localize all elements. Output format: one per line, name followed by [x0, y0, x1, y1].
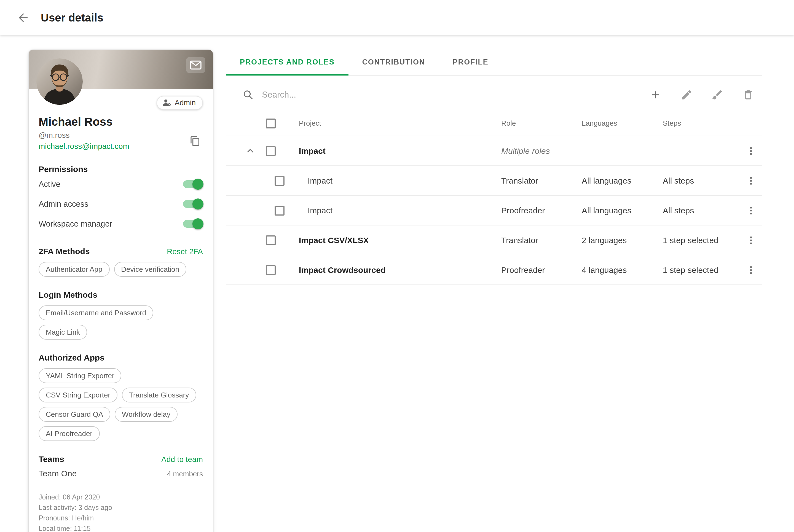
row-checkbox[interactable]: [275, 205, 284, 215]
column-header-steps: Steps: [663, 119, 740, 127]
username: @m.ross: [39, 131, 129, 139]
add-to-team-link[interactable]: Add to team: [161, 455, 203, 464]
tab-projects-and-roles[interactable]: PROJECTS AND ROLES: [226, 50, 348, 76]
project-name: Impact: [292, 146, 501, 155]
search-icon: [243, 89, 254, 100]
meta-joined: Joined: 06 Apr 2020: [39, 492, 203, 503]
login-methods-title: Login Methods: [39, 290, 203, 299]
languages-value: All languages: [582, 206, 663, 215]
authorized-app-chips: YAML String Exporter CSV String Exporter…: [39, 368, 203, 441]
plus-icon: [649, 89, 662, 101]
user-card: Admin Michael Ross @m.ross michael.ross@…: [29, 50, 213, 532]
column-header-languages: Languages: [582, 119, 663, 127]
reset-2fa-link[interactable]: Reset 2FA: [167, 247, 203, 256]
table-row-impact-group: Impact Multiple roles: [226, 136, 762, 166]
toggle-admin-access[interactable]: [183, 200, 202, 208]
role-value: Translator: [501, 176, 582, 185]
twofa-title: 2FA Methods: [39, 246, 90, 256]
permissions-title: Permissions: [39, 164, 203, 174]
toggle-active[interactable]: [183, 180, 202, 188]
user-email-link[interactable]: michael.ross@impact.com: [39, 142, 129, 151]
select-all-checkbox[interactable]: [266, 118, 276, 128]
envelope-icon: [190, 60, 202, 70]
tab-contribution[interactable]: CONTRIBUTION: [348, 50, 439, 76]
row-menu-button[interactable]: [740, 262, 762, 278]
permission-label: Active: [39, 180, 60, 189]
team-members-count: 4 members: [167, 470, 203, 478]
row-menu-button[interactable]: [740, 173, 762, 188]
table-row-impact-crowdsourced: Impact Crowdsourced Proofreader 4 langua…: [226, 255, 762, 285]
row-checkbox[interactable]: [266, 235, 276, 245]
admin-badge[interactable]: Admin: [156, 96, 203, 110]
main-panel: PROJECTS AND ROLES CONTRIBUTION PROFILE: [226, 50, 762, 285]
steps-value: All steps: [663, 176, 740, 185]
arrow-left-icon: [17, 11, 30, 24]
kebab-icon: [745, 145, 757, 156]
profile-cover: [29, 50, 213, 89]
table-row-impact-translator: Impact Translator All languages All step…: [226, 166, 762, 196]
kebab-icon: [745, 205, 757, 216]
chevron-up-icon: [245, 145, 256, 156]
role-value: Multiple roles: [501, 146, 582, 155]
row-checkbox[interactable]: [266, 146, 276, 156]
app-header: User details: [0, 0, 794, 35]
cleanup-button[interactable]: [710, 88, 724, 102]
project-name: Impact: [292, 176, 501, 185]
row-menu-button[interactable]: [740, 143, 762, 158]
brush-icon: [711, 89, 723, 101]
role-value: Proofreader: [501, 265, 582, 274]
delete-button[interactable]: [741, 88, 755, 102]
kebab-icon: [745, 264, 757, 276]
table-header-row: Project Role Languages Steps: [226, 111, 762, 136]
add-button[interactable]: [648, 88, 663, 102]
authorized-app-chip: YAML String Exporter: [39, 368, 121, 383]
copy-email-button[interactable]: [187, 133, 203, 149]
row-checkbox[interactable]: [266, 265, 276, 275]
permission-label: Admin access: [39, 200, 89, 208]
teams-title: Teams: [39, 454, 64, 464]
steps-value: All steps: [663, 206, 740, 215]
meta-pronouns: Pronouns: He/him: [39, 513, 203, 524]
user-name: Michael Ross: [39, 115, 203, 129]
twofa-chips: Authenticator App Device verification: [39, 262, 203, 277]
search-input[interactable]: [261, 89, 648, 100]
row-checkbox[interactable]: [275, 176, 284, 186]
table-row-impact-proofreader: Impact Proofreader All languages All ste…: [226, 196, 762, 226]
authorized-app-chip: Workflow delay: [115, 407, 177, 422]
kebab-icon: [745, 234, 757, 246]
back-button[interactable]: [14, 9, 32, 26]
trash-icon: [742, 89, 754, 101]
avatar: [36, 58, 83, 105]
column-header-project: Project: [292, 119, 501, 127]
languages-value: All languages: [582, 176, 663, 185]
login-method-chip: Email/Username and Password: [39, 305, 153, 320]
team-row: Team One 4 members: [39, 469, 203, 478]
edit-button[interactable]: [679, 88, 694, 102]
steps-value: 1 step selected: [663, 235, 740, 245]
content: Admin Michael Ross @m.ross michael.ross@…: [0, 35, 794, 532]
table-row-impact-csv-xlsx: Impact CSV/XLSX Translator 2 languages 1…: [226, 226, 762, 255]
collapse-row-button[interactable]: [243, 143, 258, 158]
languages-value: 4 languages: [582, 265, 663, 274]
twofa-chip: Authenticator App: [39, 262, 110, 277]
row-menu-button[interactable]: [740, 232, 762, 248]
project-name: Impact CSV/XLSX: [292, 235, 501, 245]
project-name: Impact: [292, 206, 501, 215]
role-value: Translator: [501, 235, 582, 245]
login-method-chips: Email/Username and Password Magic Link: [39, 305, 203, 340]
team-name: Team One: [39, 469, 77, 478]
permission-row-workspace-manager: Workspace manager: [39, 214, 203, 233]
kebab-icon: [745, 175, 757, 186]
page-title: User details: [41, 11, 103, 24]
tab-profile[interactable]: PROFILE: [439, 50, 502, 76]
toggle-workspace-manager[interactable]: [183, 220, 202, 228]
user-card-body: Admin Michael Ross @m.ross michael.ross@…: [29, 89, 213, 532]
column-header-role: Role: [501, 119, 582, 127]
twofa-chip: Device verification: [114, 262, 186, 277]
authorized-apps-title: Authorized Apps: [39, 353, 203, 362]
login-method-chip: Magic Link: [39, 325, 87, 340]
authorized-app-chip: Censor Guard QA: [39, 407, 110, 422]
toolbar: [226, 76, 762, 111]
row-menu-button[interactable]: [740, 203, 762, 218]
mail-button[interactable]: [186, 57, 205, 73]
